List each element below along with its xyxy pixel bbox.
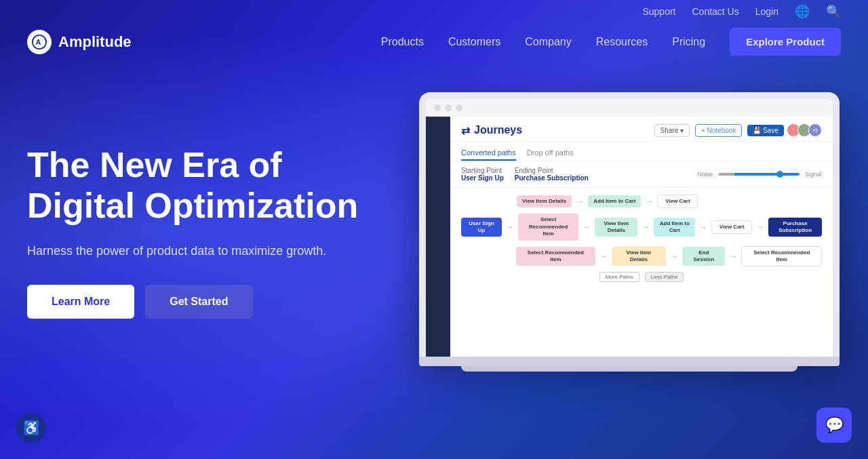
app-header-actions: Share ▾ + Notebook 💾 Save +5 (654, 123, 822, 137)
flow-arrow-6: → (699, 222, 707, 232)
flow-node-add-to-cart-1: Add Item to Cart (588, 195, 641, 207)
flow-arrow-3: → (506, 222, 514, 232)
app-sidebar (426, 117, 450, 357)
avatar-group: +5 (789, 123, 822, 137)
app-title: ⇄ Journeys (461, 124, 522, 137)
contact-us-link[interactable]: Contact Us (692, 6, 738, 17)
flow-arrow-7: → (756, 222, 764, 232)
hero-title: The New Era of Digital Optimization (27, 145, 380, 226)
flow-arrow-9: → (670, 252, 678, 261)
chat-button[interactable]: 💬 (816, 407, 852, 443)
more-paths-button[interactable]: More Paths (599, 272, 639, 282)
flow-arrow-5: → (642, 222, 650, 232)
app-screen: ⇄ Journeys Share ▾ + Notebook 💾 Save (426, 99, 833, 357)
flow-node-view-cart-1: View Cart (657, 195, 698, 208)
laptop-base (419, 357, 840, 366)
flow-node-user-signup: User Sign Up (461, 218, 502, 237)
app-tabs: Converted paths Drop off paths (450, 142, 833, 161)
flow-arrow: → (576, 197, 584, 206)
accessibility-button[interactable]: ♿ (16, 413, 46, 443)
slider-track[interactable] (718, 173, 800, 176)
notebook-button[interactable]: + Notebook (695, 124, 742, 137)
flow-node-select-recommended-3: Select Recommended Item (741, 246, 822, 267)
main-nav: A Amplitude Products Customers Company R… (0, 23, 868, 65)
slider-thumb[interactable] (776, 171, 783, 178)
less-paths-button[interactable]: Less Paths (645, 272, 684, 282)
logo-icon: A (27, 30, 52, 54)
hero-content: The New Era of Digital Optimization Harn… (27, 145, 393, 319)
accessibility-icon: ♿ (23, 420, 40, 436)
login-link[interactable]: Login (755, 6, 778, 17)
save-button[interactable]: 💾 Save (747, 125, 784, 136)
hero-subtitle: Harness the power of product data to max… (27, 242, 380, 260)
hero-section: The New Era of Digital Optimization Harn… (0, 65, 868, 412)
noise-signal-slider: Noise Signal (697, 171, 822, 178)
flow-arrow-8: → (599, 252, 608, 261)
flow-row-2: User Sign Up → Select Recommended Item →… (461, 214, 822, 240)
globe-icon[interactable]: 🌐 (795, 5, 810, 18)
chat-icon: 💬 (825, 416, 844, 434)
flow-node-view-cart-2: View Cart (711, 220, 752, 234)
flow-node-add-to-cart-2: Add Item to Cart (654, 218, 695, 237)
window-dot-red (434, 104, 441, 111)
ending-point-label: Ending Point Purchase Subscription (515, 167, 589, 182)
flow-node-view-item-details-3: View Item Details (612, 247, 666, 266)
app-title-text: Journeys (474, 124, 522, 136)
support-link[interactable]: Support (642, 6, 675, 17)
flow-row-1: View Item Details → Add Item to Cart → V… (461, 195, 822, 208)
app-ui: ⇄ Journeys Share ▾ + Notebook 💾 Save (426, 99, 833, 357)
starting-point-label: Starting Point User Sign Up (461, 167, 504, 182)
journey-config: Starting Point User Sign Up Ending Point… (450, 161, 833, 188)
flow-row-3: Select Recommended Item → View Item Deta… (461, 246, 822, 267)
logo[interactable]: A Amplitude (27, 30, 132, 54)
svg-text:A: A (36, 38, 41, 46)
flow-node-purchase-subscription: Purchase Subscription (768, 218, 822, 237)
nav-customers[interactable]: Customers (448, 36, 500, 47)
app-main-content: ⇄ Journeys Share ▾ + Notebook 💾 Save (450, 117, 833, 357)
flow-node-view-item-details-2: View Item Details (595, 218, 637, 237)
nav-links: Products Customers Company Resources Pri… (381, 36, 841, 48)
learn-more-button[interactable]: Learn More (27, 285, 134, 319)
flow-node-end-session: End Session (682, 247, 725, 266)
utility-bar: Support Contact Us Login 🌐 🔍 (0, 0, 868, 23)
journey-flow: View Item Details → Add Item to Cart → V… (450, 188, 833, 289)
journeys-icon: ⇄ (461, 124, 470, 137)
nav-company[interactable]: Company (525, 36, 571, 47)
nav-resources[interactable]: Resources (596, 36, 648, 47)
tab-converted-paths[interactable]: Converted paths (461, 146, 516, 161)
nav-products[interactable]: Products (381, 36, 424, 47)
hero-visual: ⇄ Journeys Share ▾ + Notebook 💾 Save (393, 92, 865, 372)
laptop-mockup: ⇄ Journeys Share ▾ + Notebook 💾 Save (419, 92, 840, 372)
get-started-button[interactable]: Get Started (145, 285, 252, 319)
flow-node-select-recommended-1: Select Recommended Item (518, 214, 578, 240)
paths-controls: More Paths Less Paths (461, 272, 822, 282)
explore-product-button[interactable]: Explore Product (730, 28, 841, 56)
window-dot-yellow (445, 104, 452, 111)
flow-arrow-10: → (729, 252, 737, 261)
app-content: ⇄ Journeys Share ▾ + Notebook 💾 Save (426, 117, 833, 357)
window-dot-green (456, 104, 462, 111)
flow-arrow-4: → (583, 222, 591, 232)
app-titlebar (426, 99, 833, 117)
tab-drop-off-paths[interactable]: Drop off paths (527, 146, 574, 161)
search-icon[interactable]: 🔍 (826, 5, 841, 18)
laptop-foot (461, 366, 797, 372)
flow-node-view-item-details-1: View Item Details (517, 195, 572, 207)
app-header: ⇄ Journeys Share ▾ + Notebook 💾 Save (450, 117, 833, 142)
laptop-screen: ⇄ Journeys Share ▾ + Notebook 💾 Save (419, 92, 840, 357)
nav-pricing[interactable]: Pricing (672, 36, 705, 47)
flow-arrow-2: → (645, 197, 653, 206)
logo-text: Amplitude (58, 33, 132, 51)
hero-buttons: Learn More Get Started (27, 285, 380, 319)
avatar-count: +5 (808, 123, 822, 137)
flow-node-select-recommended-2: Select Recommended Item (516, 247, 595, 266)
share-button[interactable]: Share ▾ (654, 124, 690, 137)
